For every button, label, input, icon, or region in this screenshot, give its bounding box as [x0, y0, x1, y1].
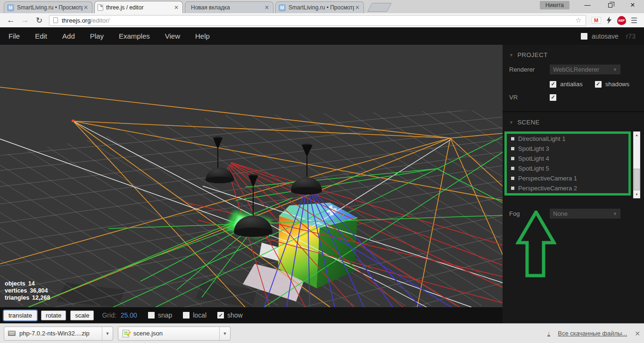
renderer-label: Renderer [509, 66, 550, 73]
download-item-scene-json[interactable]: scene.json ▼ [118, 327, 231, 341]
object-bullet-icon [511, 177, 514, 180]
restore-button[interactable] [599, 0, 621, 10]
address-bar: ← → ↻ threejs.org/editor/ ☆ M ABP ☰ [0, 13, 644, 27]
outliner-item-spotlight-3[interactable]: SpotLight 3 [507, 144, 628, 154]
tab-title: SmartLiving.ru • Просмотр [17, 4, 83, 11]
url-box[interactable]: threejs.org/editor/ ☆ [49, 15, 586, 26]
outliner-item-spotlight-5[interactable]: SpotLight 5 [507, 163, 628, 173]
window-controls: — ✕ [576, 0, 644, 10]
tab-close-icon[interactable]: ✕ [173, 4, 180, 11]
dropdown-arrow-icon: ▼ [613, 212, 617, 216]
scene-outliner-annotated[interactable]: DirectionalLight 1 SpotLight 3 SpotLight… [504, 131, 631, 196]
back-button[interactable]: ← [5, 16, 17, 25]
downloads-bar-close-icon[interactable]: ✕ [635, 330, 640, 337]
outliner-item-directionallight-1[interactable]: DirectionalLight 1 [507, 134, 628, 144]
show-all-downloads-link[interactable]: Все скачанные файлы... [558, 330, 627, 337]
antialias-checkbox[interactable]: ✓ [550, 81, 556, 88]
close-button[interactable]: ✕ [621, 0, 644, 10]
tab-close-icon[interactable]: ✕ [264, 4, 270, 11]
camera-origin-dot [72, 120, 74, 122]
download-file-name[interactable]: scene.json [133, 330, 219, 337]
smartliving-favicon-icon: M [7, 4, 14, 11]
scale-button[interactable]: scale [70, 310, 94, 320]
tab-close-icon[interactable]: ✕ [354, 4, 361, 11]
rotate-button[interactable]: rotate [41, 310, 66, 320]
json-file-icon [123, 330, 129, 337]
annotation-arrow-up [516, 211, 556, 278]
bookmark-star-icon[interactable]: ☆ [575, 16, 581, 24]
chrome-menu-icon[interactable]: ☰ [631, 16, 637, 25]
viewport-toolbar: translate rotate scale Grid: 25.00 ✓ sna… [0, 307, 503, 323]
tab-new-tab[interactable]: Новая вкладка ✕ [185, 1, 273, 13]
menu-play[interactable]: Play [90, 32, 104, 40]
menu-add[interactable]: Add [62, 32, 75, 40]
new-tab-button[interactable] [367, 3, 392, 12]
scene-canvas [0, 45, 503, 307]
menu-help[interactable]: Help [195, 32, 210, 40]
page-favicon-icon [98, 4, 103, 11]
autosave-label: autosave [592, 33, 619, 40]
outliner-scrollbar[interactable]: ▲ ▼ [633, 131, 640, 198]
forward-button: → [19, 16, 31, 25]
vr-checkbox[interactable]: ✓ [550, 94, 556, 101]
page-icon [53, 17, 58, 23]
vr-label: VR [509, 94, 550, 101]
show-label: show [227, 311, 243, 319]
snap-checkbox[interactable]: ✓ [148, 312, 155, 318]
translate-button[interactable]: translate [4, 310, 37, 320]
scroll-up-icon[interactable]: ▲ [634, 132, 640, 139]
menu-file[interactable]: File [8, 32, 20, 40]
renderer-select[interactable]: WebGLRenderer ▼ [550, 65, 620, 74]
url-text[interactable]: threejs.org/editor/ [62, 17, 575, 24]
object-bullet-icon [511, 187, 514, 190]
tab-smartliving-1[interactable]: M SmartLiving.ru • Просмотр ✕ [4, 1, 92, 13]
menu-view[interactable]: View [165, 32, 180, 40]
editor-menubar: File Edit Add Play Examples View Help ✓ … [0, 27, 644, 45]
collapse-triangle-icon: ▼ [509, 53, 513, 57]
object-bullet-icon [511, 157, 514, 160]
tab-title: Новая вкладка [191, 4, 264, 11]
editor-sidebar: ▼ PROJECT Renderer WebGLRenderer ▼ ✓ ant… [503, 45, 644, 323]
download-menu-arrow-icon[interactable]: ▼ [102, 331, 113, 336]
zip-file-icon [8, 331, 16, 336]
show-checkbox[interactable]: ✓ [217, 312, 224, 318]
reload-button[interactable]: ↻ [33, 16, 45, 25]
menu-edit[interactable]: Edit [35, 32, 47, 40]
scroll-down-icon[interactable]: ▼ [634, 191, 640, 198]
minimize-button[interactable]: — [576, 0, 599, 10]
tab-title: SmartLiving.ru • Просмотр [289, 4, 354, 11]
dropdown-arrow-icon: ▼ [613, 67, 617, 72]
project-panel-header[interactable]: ▼ PROJECT [503, 45, 644, 58]
shadows-label: shadows [605, 81, 629, 88]
profile-name-badge[interactable]: Никита [540, 1, 570, 9]
collapse-triangle-icon: ▼ [509, 120, 513, 125]
download-item-php-zip[interactable]: php-7.0.2-nts-Win32....zip ▼ [4, 327, 113, 341]
tab-threejs-editor[interactable]: three.js / editor ✕ [94, 1, 183, 13]
viewport-3d[interactable]: objects14 vertices36,804 triangles12,268 [0, 45, 503, 307]
outliner-item-perspectivecamera-2[interactable]: PerspectiveCamera 2 [507, 183, 628, 193]
downloads-bar: php-7.0.2-nts-Win32....zip ▼ scene.json … [0, 323, 644, 343]
smartliving-favicon-icon: M [279, 4, 286, 11]
antialias-label: antialias [560, 81, 583, 88]
shadows-checkbox[interactable]: ✓ [595, 81, 602, 88]
adblock-extension-icon[interactable]: ABP [617, 16, 626, 25]
download-file-name[interactable]: php-7.0.2-nts-Win32....zip [19, 330, 102, 337]
fog-select[interactable]: None ▼ [550, 209, 620, 219]
revision-label: r73 [626, 33, 636, 40]
outliner-item-perspectivecamera-1[interactable]: PerspectiveCamera 1 [507, 173, 628, 183]
snap-label: snap [158, 311, 172, 319]
tab-close-icon[interactable]: ✕ [83, 4, 89, 11]
browser-titlebar: M SmartLiving.ru • Просмотр ✕ three.js /… [0, 0, 644, 13]
outliner-item-spotlight-4[interactable]: SpotLight 4 [507, 154, 628, 163]
menu-examples[interactable]: Examples [119, 32, 150, 40]
gmail-extension-icon[interactable]: M [592, 17, 601, 24]
scrollbar-thumb[interactable] [634, 169, 640, 190]
lightning-extension-icon[interactable] [606, 16, 612, 24]
restore-icon [608, 3, 612, 8]
download-menu-arrow-icon[interactable]: ▼ [220, 331, 230, 336]
scene-panel-header[interactable]: ▼ SCENE [503, 112, 644, 126]
tab-smartliving-2[interactable]: M SmartLiving.ru • Просмотр ✕ [275, 1, 364, 13]
grid-size-value[interactable]: 25.00 [121, 311, 137, 319]
autosave-checkbox[interactable]: ✓ [581, 33, 587, 40]
local-checkbox[interactable]: ✓ [183, 312, 190, 318]
